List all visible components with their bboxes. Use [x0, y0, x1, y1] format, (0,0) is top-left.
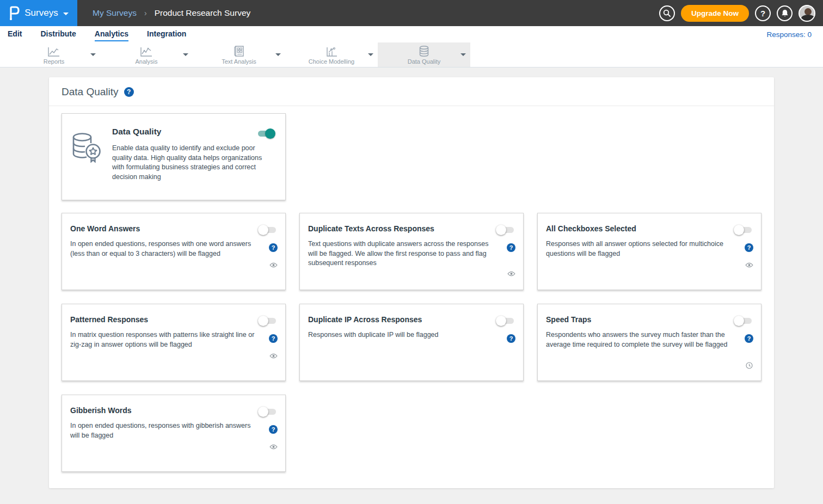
- bell-icon: [781, 9, 789, 17]
- card-gibberish-words: Gibberish Words In open ended questions,…: [62, 395, 286, 472]
- chevron-down-icon[interactable]: [183, 53, 188, 56]
- feature-card-description: Responses with duplicate IP will be flag…: [308, 330, 496, 340]
- breadcrumb-current-survey: Product Research Survey: [155, 8, 251, 18]
- master-card-title: Data Quality: [112, 127, 277, 137]
- card-side-icons: ?: [745, 243, 753, 268]
- database-badge-icon: [70, 131, 104, 163]
- toolbar-item-text-analysis[interactable]: Text Analysis: [193, 42, 285, 67]
- avatar-head: [804, 8, 812, 15]
- scatter-chart-icon: [325, 45, 338, 57]
- data-quality-toggle[interactable]: [257, 128, 275, 139]
- help-icon[interactable]: ?: [745, 334, 753, 343]
- card-duplicate-ip: Duplicate IP Across Responses Responses …: [299, 304, 524, 381]
- feature-card-title: All Checkboxes Selected: [546, 224, 752, 233]
- top-bar: Surveys My Surveys › Product Research Su…: [0, 0, 823, 26]
- help-icon[interactable]: ?: [745, 243, 753, 252]
- product-switcher[interactable]: Surveys: [0, 0, 77, 26]
- eye-icon[interactable]: [269, 262, 278, 268]
- toolbar-item-reports[interactable]: Reports: [8, 42, 100, 67]
- notifications-button[interactable]: [777, 5, 793, 21]
- tab-integration[interactable]: Integration: [147, 27, 186, 41]
- toolbar-item-data-quality[interactable]: Data Quality: [378, 42, 470, 67]
- feature-card-description: Text questions with duplicate answers ac…: [308, 239, 496, 268]
- tab-edit[interactable]: Edit: [8, 27, 22, 41]
- line-chart-dots-icon: [140, 45, 153, 57]
- search-icon: [663, 9, 671, 17]
- user-avatar[interactable]: [799, 5, 815, 22]
- master-card-description: Enable data quality to identify and excl…: [112, 144, 267, 182]
- page-title: Data Quality: [62, 86, 119, 98]
- app-screen: Surveys My Surveys › Product Research Su…: [0, 0, 823, 504]
- document-grid-icon: [234, 45, 244, 57]
- tab-analytics[interactable]: Analytics: [95, 27, 128, 41]
- help-icon[interactable]: ?: [507, 334, 515, 343]
- feature-card-title: Gibberish Words: [70, 406, 277, 415]
- card-duplicate-texts: Duplicate Texts Across Responses Text qu…: [299, 213, 524, 290]
- toolbar-item-label: Reports: [44, 58, 65, 65]
- feature-card-description: Responses with all answer options select…: [546, 239, 734, 259]
- help-icon[interactable]: ?: [269, 425, 278, 434]
- card-patterned-responses: Patterned Responses In matrix question r…: [62, 304, 286, 381]
- survey-nav: Edit Distribute Analytics Integration Re…: [0, 26, 823, 42]
- toolbar-item-label: Analysis: [136, 58, 158, 65]
- feature-card-title: Speed Traps: [546, 315, 752, 324]
- gibberish-words-toggle[interactable]: [258, 406, 277, 417]
- question-mark-icon: ?: [760, 9, 765, 18]
- breadcrumb-separator-icon: ›: [144, 9, 147, 17]
- card-side-icons: ?: [745, 334, 753, 369]
- product-label: Surveys: [24, 8, 58, 19]
- feature-card-description: In open ended questions, responses with …: [70, 239, 258, 259]
- toolbar-item-choice-modelling[interactable]: Choice Modelling: [285, 42, 378, 67]
- eye-icon[interactable]: [269, 444, 278, 450]
- chevron-down-icon[interactable]: [90, 53, 96, 56]
- chevron-down-icon[interactable]: [275, 53, 281, 56]
- eye-icon[interactable]: [507, 271, 515, 276]
- avatar-shoulders: [801, 15, 815, 22]
- master-card-info: Data Quality Enable data quality to iden…: [112, 127, 277, 200]
- responses-count: Responses: 0: [766, 30, 823, 39]
- help-icon[interactable]: ?: [507, 243, 515, 252]
- card-side-icons: ?: [269, 243, 278, 268]
- chevron-down-icon[interactable]: [460, 53, 466, 56]
- toolbar-item-label: Choice Modelling: [309, 58, 354, 65]
- all-checkboxes-toggle[interactable]: [734, 224, 752, 235]
- duplicate-texts-toggle[interactable]: [496, 224, 514, 235]
- card-one-word-answers: One Word Answers In open ended questions…: [62, 213, 286, 290]
- toolbar-item-analysis[interactable]: Analysis: [100, 42, 193, 67]
- duplicate-ip-toggle[interactable]: [496, 315, 514, 326]
- topbar-actions: Upgrade Now ?: [659, 5, 823, 22]
- chevron-down-icon: [63, 13, 69, 15]
- eye-icon[interactable]: [269, 353, 278, 359]
- feature-cards-grid: One Word Answers In open ended questions…: [62, 213, 774, 472]
- questionpro-logo-icon: [9, 6, 20, 20]
- search-button[interactable]: [659, 5, 675, 21]
- upgrade-now-button[interactable]: Upgrade Now: [681, 5, 749, 22]
- feature-card-title: One Word Answers: [70, 224, 277, 233]
- help-button[interactable]: ?: [755, 5, 771, 21]
- breadcrumb-my-surveys[interactable]: My Surveys: [93, 8, 137, 18]
- card-side-icons: ?: [507, 243, 515, 276]
- card-speed-traps: Speed Traps Respondents who answers the …: [537, 304, 761, 381]
- feature-card-title: Duplicate IP Across Responses: [308, 315, 514, 324]
- chevron-down-icon[interactable]: [368, 53, 373, 56]
- database-icon: [418, 45, 430, 57]
- card-all-checkboxes: All Checkboxes Selected Responses with a…: [537, 213, 761, 290]
- toolbar-item-label: Text Analysis: [222, 58, 256, 65]
- speed-traps-toggle[interactable]: [734, 315, 752, 326]
- help-icon[interactable]: ?: [269, 243, 278, 252]
- card-side-icons: ?: [269, 334, 278, 359]
- tab-distribute[interactable]: Distribute: [40, 27, 76, 41]
- clock-icon[interactable]: [746, 362, 753, 369]
- patterned-responses-toggle[interactable]: [258, 315, 277, 326]
- page-header: Data Quality ?: [49, 77, 774, 106]
- help-icon[interactable]: ?: [269, 334, 278, 343]
- data-quality-panel: Data Quality ?: [49, 77, 774, 488]
- breadcrumb: My Surveys › Product Research Survey: [93, 8, 250, 18]
- toolbar-item-label: Data Quality: [408, 58, 441, 65]
- one-word-answers-toggle[interactable]: [258, 224, 277, 235]
- line-chart-icon: [47, 45, 60, 57]
- card-side-icons: ?: [269, 425, 278, 450]
- help-icon[interactable]: ?: [124, 87, 134, 97]
- eye-icon[interactable]: [745, 262, 753, 268]
- nav-tabs: Edit Distribute Analytics Integration: [0, 27, 186, 41]
